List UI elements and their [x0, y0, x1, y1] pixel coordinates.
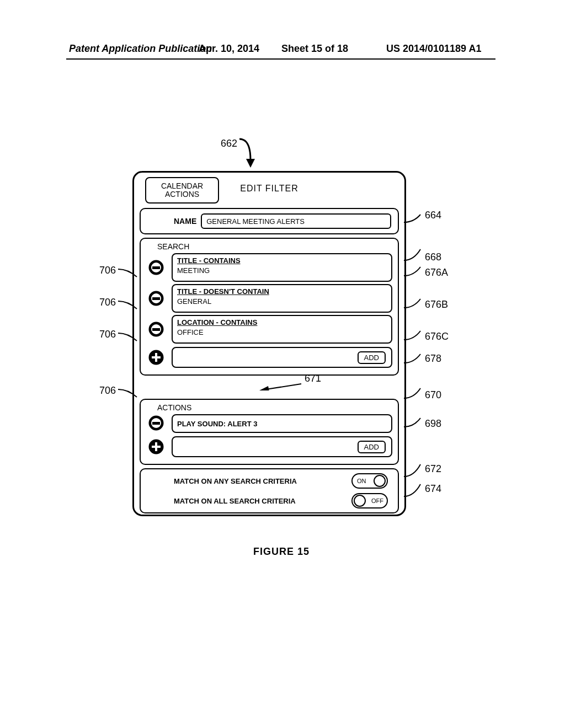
- criteria-head: TITLE - CONTAINS: [177, 256, 387, 265]
- ref-674: 674: [425, 483, 441, 495]
- ref-678: 678: [425, 353, 441, 365]
- lead-706a: [118, 267, 140, 279]
- screen-title: EDIT FILTER: [140, 184, 399, 194]
- criteria-value: MEETING: [177, 266, 387, 275]
- toggle-knob: [374, 475, 386, 487]
- svg-rect-9: [152, 328, 160, 331]
- header-rule: [66, 58, 495, 60]
- ref-676A: 676A: [425, 267, 448, 279]
- svg-rect-18: [155, 442, 157, 451]
- name-field[interactable]: GENERAL MEETING ALERTS: [201, 213, 391, 229]
- header-docnum: US 2014/0101189 A1: [386, 43, 481, 55]
- svg-marker-20: [259, 386, 269, 390]
- criteria-value: OFFICE: [177, 328, 387, 336]
- lead-678: [404, 352, 426, 365]
- svg-line-19: [266, 384, 301, 389]
- header-date: Apr. 10, 2014: [199, 43, 259, 55]
- criteria-value: GENERAL: [177, 297, 387, 306]
- lead-668: [404, 246, 426, 263]
- lead-706d: [118, 387, 140, 399]
- lead-671: [259, 379, 303, 390]
- header-sheet: Sheet 15 of 18: [281, 43, 348, 55]
- lead-670: [404, 386, 426, 400]
- action-text: PLAY SOUND: ALERT 3: [177, 420, 257, 428]
- header-publication: Patent Application Publication: [69, 43, 212, 55]
- toggle-on-label: ON: [357, 478, 366, 484]
- ref-706: 706: [99, 265, 116, 276]
- svg-rect-3: [152, 266, 160, 269]
- add-button[interactable]: ADD: [358, 351, 386, 364]
- ref-671: 671: [305, 373, 321, 384]
- search-add-row: ADD: [172, 347, 392, 368]
- match-all-label: MATCH ON ALL SEARCH CRITERIA: [174, 497, 296, 505]
- lead-676b: [404, 297, 426, 310]
- lead-706c: [118, 331, 140, 343]
- name-row: NAME GENERAL MEETING ALERTS: [140, 208, 399, 234]
- plus-icon[interactable]: [148, 439, 164, 454]
- ref-668: 668: [425, 251, 441, 263]
- actions-add-row: ADD: [172, 436, 392, 457]
- action-row[interactable]: PLAY SOUND: ALERT 3: [172, 414, 392, 433]
- lead-664: [404, 212, 426, 227]
- toggle-off-label: OFF: [371, 497, 383, 504]
- actions-block: ACTIONS PLAY SOUND: ALERT 3 ADD: [140, 399, 399, 465]
- match-all-row: MATCH ON ALL SEARCH CRITERIA OFF: [146, 493, 392, 509]
- name-label: NAME: [174, 217, 196, 226]
- minus-icon[interactable]: [148, 415, 164, 431]
- criteria-head: LOCATION - CONTAINS: [177, 318, 387, 326]
- lead-698: [404, 416, 426, 429]
- toggle-block: MATCH ON ANY SEARCH CRITERIA ON MATCH ON…: [140, 468, 399, 513]
- minus-icon[interactable]: [148, 322, 164, 337]
- match-any-toggle[interactable]: ON: [351, 473, 388, 489]
- match-all-toggle[interactable]: OFF: [351, 493, 388, 508]
- ref-698: 698: [425, 418, 441, 430]
- lead-706b: [118, 299, 140, 311]
- lead-672: [404, 462, 426, 479]
- search-criteria-row[interactable]: TITLE - DOESN'T CONTAIN GENERAL: [172, 284, 392, 313]
- lead-674: [404, 482, 426, 499]
- search-heading: SEARCH: [157, 242, 398, 251]
- figure-area: 662 CALENDARACTIONS EDIT FILTER NAME GEN…: [66, 132, 497, 574]
- search-block: SEARCH TITLE - CONTAINS MEETING TITLE - …: [140, 238, 399, 376]
- ref-672: 672: [425, 463, 441, 475]
- actions-heading: ACTIONS: [157, 403, 398, 412]
- ref-662: 662: [221, 138, 237, 149]
- ref-676C: 676C: [425, 331, 449, 342]
- ref-706: 706: [99, 385, 116, 397]
- search-criteria-row[interactable]: TITLE - CONTAINS MEETING: [172, 253, 392, 282]
- match-any-row: MATCH ON ANY SEARCH CRITERIA ON: [146, 473, 392, 489]
- ref-676B: 676B: [425, 299, 448, 311]
- svg-marker-0: [246, 159, 255, 168]
- figure-caption: FIGURE 15: [66, 546, 497, 558]
- topbar: CALENDARACTIONS EDIT FILTER: [140, 177, 399, 204]
- add-button[interactable]: ADD: [358, 441, 386, 453]
- ref-670: 670: [425, 389, 441, 401]
- arrow-662: [236, 136, 264, 171]
- svg-rect-12: [155, 353, 157, 362]
- minus-icon[interactable]: [148, 291, 164, 306]
- ref-706: 706: [99, 297, 116, 308]
- name-value: GENERAL MEETING ALERTS: [206, 217, 305, 226]
- device-frame: CALENDARACTIONS EDIT FILTER NAME GENERAL…: [132, 171, 406, 516]
- svg-rect-15: [152, 422, 160, 425]
- toggle-knob: [354, 495, 366, 507]
- lead-676a: [404, 265, 426, 278]
- criteria-head: TITLE - DOESN'T CONTAIN: [177, 287, 387, 296]
- svg-rect-6: [152, 297, 160, 300]
- plus-icon[interactable]: [148, 350, 164, 365]
- minus-icon[interactable]: [148, 260, 164, 275]
- lead-676c: [404, 329, 426, 342]
- ref-664: 664: [425, 210, 441, 221]
- match-any-label: MATCH ON ANY SEARCH CRITERIA: [174, 477, 297, 485]
- ref-706: 706: [99, 329, 116, 340]
- search-criteria-row[interactable]: LOCATION - CONTAINS OFFICE: [172, 315, 392, 344]
